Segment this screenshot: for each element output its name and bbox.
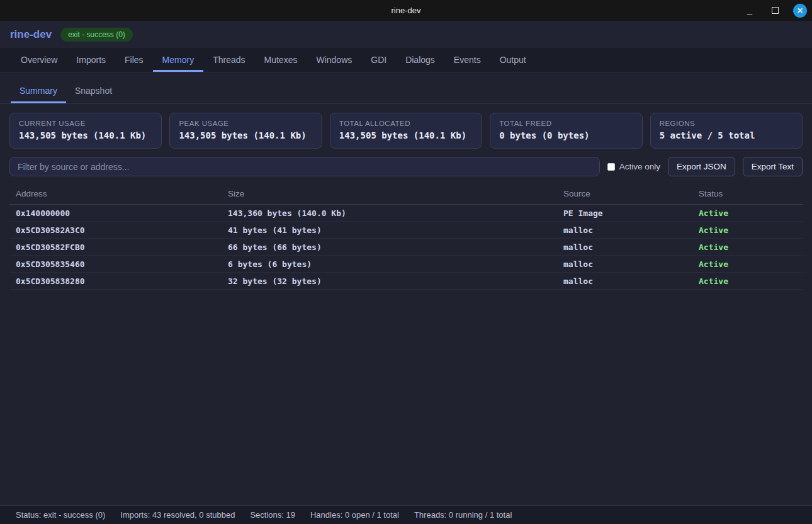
active-only-label: Active only [619, 162, 660, 171]
stat-card-total-freed: TOTAL FREED 0 bytes (0 bytes) [490, 113, 642, 149]
tab-overview[interactable]: Overview [11, 48, 67, 72]
cell-address: 0x5CD30582A3C0 [9, 222, 222, 239]
cell-source: malloc [557, 273, 692, 290]
window-controls: – ✕ [743, 0, 807, 21]
tab-output[interactable]: Output [490, 48, 536, 72]
cell-size: 143,360 bytes (140.0 Kb) [222, 205, 557, 222]
statusbar-sections: Sections: 19 [250, 510, 295, 520]
stat-label: CURRENT USAGE [19, 120, 152, 127]
app-title: rine-dev [10, 28, 52, 41]
window-title: rine-dev [392, 6, 421, 15]
column-header-source: Source [557, 185, 692, 205]
minimize-button[interactable]: – [743, 4, 757, 18]
cell-source: PE Image [557, 205, 692, 222]
table-row[interactable]: 0x5CD305838280 32 bytes (32 bytes) mallo… [9, 273, 803, 290]
stat-label: PEAK USAGE [179, 120, 312, 127]
table-row[interactable]: 0x5CD30582FCB0 66 bytes (66 bytes) mallo… [9, 239, 803, 256]
stat-label: REGIONS [660, 120, 793, 127]
exit-status-badge: exit - success (0) [60, 28, 133, 42]
cell-status: Active [692, 273, 803, 290]
cell-address: 0x140000000 [9, 205, 222, 222]
filter-input[interactable] [9, 157, 600, 176]
cell-status: Active [692, 205, 803, 222]
maximize-button[interactable] [768, 4, 782, 18]
export-json-button[interactable]: Export JSON [668, 157, 735, 176]
main-tabbar: Overview Imports Files Memory Threads Mu… [0, 48, 812, 72]
active-only-checkbox[interactable] [607, 163, 615, 171]
stat-card-total-allocated: TOTAL ALLOCATED 143,505 bytes (140.1 Kb) [330, 113, 482, 149]
filter-row: Active only Export JSON Export Text [9, 157, 803, 176]
tab-gdi[interactable]: GDI [361, 48, 396, 72]
cell-source: malloc [557, 222, 692, 239]
tab-files[interactable]: Files [115, 48, 153, 72]
cell-status: Active [692, 239, 803, 256]
app-header: rine-dev exit - success (0) [0, 21, 812, 48]
cell-size: 66 bytes (66 bytes) [222, 239, 557, 256]
statusbar-handles: Handles: 0 open / 1 total [310, 510, 399, 520]
stat-card-regions: REGIONS 5 active / 5 total [650, 113, 803, 149]
column-header-size: Size [222, 185, 557, 205]
cell-address: 0x5CD30582FCB0 [9, 239, 222, 256]
stat-label: TOTAL FREED [499, 120, 633, 127]
statusbar-threads: Threads: 0 running / 1 total [414, 510, 512, 520]
cell-status: Active [692, 222, 803, 239]
table-row[interactable]: 0x5CD305835460 6 bytes (6 bytes) malloc … [9, 256, 803, 273]
table-row[interactable]: 0x5CD30582A3C0 41 bytes (41 bytes) mallo… [9, 222, 803, 239]
stat-value: 143,505 bytes (140.1 Kb) [179, 130, 312, 140]
statusbar-exit-status: Status: exit - success (0) [16, 510, 105, 520]
cell-size: 6 bytes (6 bytes) [222, 256, 557, 273]
subtab-snapshot[interactable]: Snapshot [66, 80, 121, 103]
memory-subtabbar: Summary Snapshot [0, 72, 812, 104]
cell-size: 32 bytes (32 bytes) [222, 273, 557, 290]
table-header-row: Address Size Source Status [9, 185, 803, 205]
column-header-address: Address [9, 185, 222, 205]
titlebar: rine-dev – ✕ [0, 0, 812, 21]
subtab-summary[interactable]: Summary [11, 80, 66, 103]
stat-value: 143,505 bytes (140.1 Kb) [19, 130, 152, 140]
export-text-button[interactable]: Export Text [743, 157, 803, 176]
stat-value: 143,505 bytes (140.1 Kb) [339, 130, 473, 140]
table-row[interactable]: 0x140000000 143,360 bytes (140.0 Kb) PE … [9, 205, 803, 222]
statusbar: Status: exit - success (0) Imports: 43 r… [0, 505, 812, 524]
cell-address: 0x5CD305835460 [9, 256, 222, 273]
statusbar-imports: Imports: 43 resolved, 0 stubbed [120, 510, 235, 520]
tab-windows[interactable]: Windows [307, 48, 361, 72]
stat-card-peak-usage: PEAK USAGE 143,505 bytes (140.1 Kb) [169, 113, 322, 149]
cell-address: 0x5CD305838280 [9, 273, 222, 290]
cell-source: malloc [557, 239, 692, 256]
tab-mutexes[interactable]: Mutexes [255, 48, 307, 72]
tab-events[interactable]: Events [444, 48, 490, 72]
stat-value: 5 active / 5 total [660, 130, 793, 140]
tab-memory[interactable]: Memory [153, 48, 204, 72]
tab-threads[interactable]: Threads [203, 48, 254, 72]
stat-label: TOTAL ALLOCATED [339, 120, 473, 127]
active-only-toggle[interactable]: Active only [607, 162, 660, 171]
tab-imports[interactable]: Imports [67, 48, 115, 72]
stat-value: 0 bytes (0 bytes) [499, 130, 633, 140]
tab-dialogs[interactable]: Dialogs [396, 48, 444, 72]
column-header-status: Status [692, 185, 803, 205]
cell-source: malloc [557, 256, 692, 273]
maximize-icon [772, 7, 779, 14]
allocations-table: Address Size Source Status 0x140000000 1… [9, 185, 803, 290]
close-button[interactable]: ✕ [793, 4, 807, 18]
stat-card-current-usage: CURRENT USAGE 143,505 bytes (140.1 Kb) [9, 113, 162, 149]
cell-size: 41 bytes (41 bytes) [222, 222, 557, 239]
cell-status: Active [692, 256, 803, 273]
memory-stat-cards: CURRENT USAGE 143,505 bytes (140.1 Kb) P… [9, 113, 803, 149]
